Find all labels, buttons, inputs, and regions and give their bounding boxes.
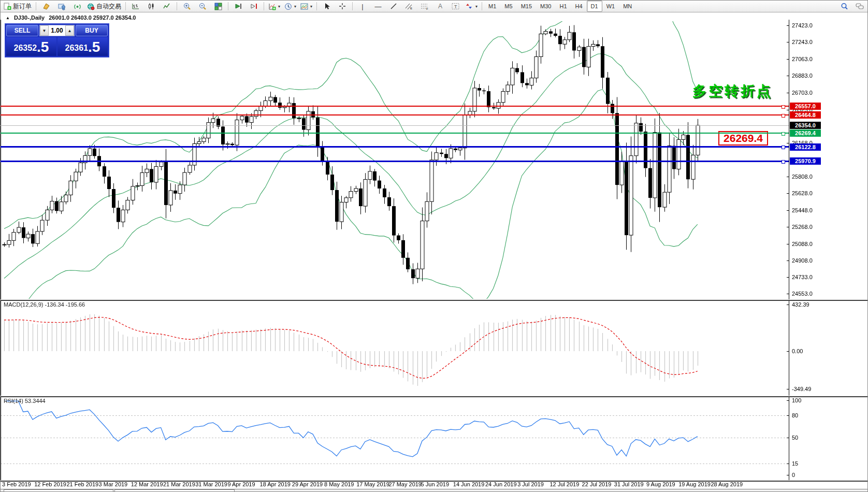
horizontal-level-line[interactable] [1, 161, 789, 162]
chart-bars-button[interactable] [128, 1, 143, 12]
axis-tick [787, 389, 789, 389]
volume-value[interactable]: 1.00 [49, 25, 65, 36]
crosshair-icon [339, 3, 346, 10]
profile-button[interactable] [54, 1, 69, 12]
arrows-button[interactable]: ▾ [464, 1, 480, 12]
date-label: 27 May 2019 [388, 481, 422, 487]
date-axis[interactable]: 3 Feb 201912 Feb 201921 Feb 20193 Mar 20… [1, 481, 868, 488]
timeframe-button-m15[interactable]: M15 [517, 1, 536, 12]
horizontal-line-button[interactable]: — [370, 1, 386, 12]
volume-decrease-button[interactable]: ▼ [40, 25, 49, 36]
search-button[interactable] [836, 1, 852, 12]
new-order-label: 新订单 [13, 2, 32, 11]
date-label: 19 Aug 2019 [678, 481, 711, 487]
axis-tick [787, 261, 789, 261]
sell-button[interactable]: SELL [6, 25, 38, 36]
templates-button[interactable]: ▾ [298, 1, 314, 12]
level-handle[interactable] [782, 132, 785, 136]
chart-candles-button[interactable] [143, 1, 159, 12]
buy-button[interactable]: BUY [76, 25, 108, 36]
timeframe-button-h4[interactable]: H4 [571, 1, 587, 12]
date-label: 21 Feb 2019 [66, 481, 98, 487]
chart-line-button[interactable] [159, 1, 175, 12]
date-label: 29 Apr 2019 [292, 481, 323, 487]
horizontal-level-line[interactable] [1, 106, 789, 107]
dropdown-caret-icon: ▾ [310, 4, 312, 9]
trendline-button[interactable] [386, 1, 401, 12]
new-order-button[interactable]: 新订单 [2, 1, 34, 12]
auto-scroll-button[interactable] [230, 1, 246, 12]
sell-price[interactable]: 26352.5 [6, 37, 56, 56]
equidistant-channel-button[interactable]: E [401, 1, 417, 12]
rsi-panel-divider[interactable] [1, 396, 868, 397]
macd-panel-divider[interactable] [1, 299, 868, 301]
clock-icon [284, 3, 292, 10]
axis-tick [787, 438, 789, 438]
chat-icon [856, 3, 864, 10]
collapse-arrow-icon[interactable]: ▲ [6, 16, 10, 20]
tile-windows-icon [214, 3, 222, 10]
level-handle[interactable] [782, 114, 785, 118]
date-label: 3 Jul 2019 [517, 481, 544, 487]
auto-scroll-icon [235, 3, 242, 10]
level-handle[interactable] [782, 146, 785, 149]
timeframe-button-m5[interactable]: M5 [500, 1, 516, 12]
price-tick-label: 24733.0 [792, 274, 813, 280]
indicators-button[interactable]: ▾ [266, 1, 282, 12]
signals-icon [74, 3, 81, 10]
crosshair-button[interactable] [335, 1, 350, 12]
level-handle[interactable] [782, 105, 785, 109]
timeframe-group: M1M5M15M30H1H4D1W1MN [484, 1, 636, 12]
current-price-line [1, 125, 789, 126]
timeframe-button-d1[interactable]: D1 [587, 1, 602, 12]
tile-windows-button[interactable] [210, 1, 226, 12]
svg-text:F: F [426, 7, 428, 10]
zoom-in-button[interactable] [179, 1, 195, 12]
chart-shift-button[interactable] [246, 1, 262, 12]
fibonacci-button[interactable]: F [417, 1, 432, 12]
timeframe-button-m30[interactable]: M30 [536, 1, 555, 12]
axis-tick [787, 143, 789, 143]
timeframe-button-m1[interactable]: M1 [484, 1, 500, 12]
separator [228, 2, 228, 10]
text-button[interactable]: A [432, 1, 448, 12]
volume-increase-button[interactable]: ▲ [65, 25, 74, 36]
vertical-line-button[interactable]: | [355, 1, 370, 12]
price-tick-label: 24908.0 [792, 257, 813, 264]
separator [36, 2, 36, 10]
date-label: 12 Jul 2019 [549, 481, 579, 487]
zoom-out-button[interactable] [195, 1, 210, 12]
rsi-tick-label: 15 [792, 460, 798, 467]
text-label-button[interactable]: T [448, 1, 464, 12]
chart-tab[interactable] [4, 489, 113, 492]
chart-ohlc-values: 26001.0 26403.0 25927.0 26354.0 [49, 15, 136, 21]
date-label: 31 Jul 2019 [614, 481, 644, 487]
horizontal-level-line[interactable] [1, 114, 789, 115]
timeframe-button-mn[interactable]: MN [619, 1, 636, 12]
periods-button[interactable]: ▾ [282, 1, 298, 12]
fibonacci-icon: F [421, 3, 429, 10]
timeframe-button-w1[interactable]: W1 [602, 1, 619, 12]
horizontal-level-line[interactable] [1, 133, 789, 134]
macd-tick-label: -349.49 [792, 386, 811, 392]
chat-button[interactable] [852, 1, 867, 12]
date-label: 5 Jun 2019 [421, 481, 449, 487]
buy-price[interactable]: 26361.5 [57, 37, 108, 56]
chart-shift-icon [250, 3, 258, 10]
autotrading-icon [87, 3, 95, 10]
horizontal-level-line[interactable] [1, 146, 789, 148]
axis-tick [787, 110, 789, 110]
sell-price-dec: .5 [37, 39, 49, 55]
chart-tab[interactable] [114, 489, 235, 492]
dropdown-caret-icon: ▾ [278, 4, 280, 9]
timeframe-button-h1[interactable]: H1 [555, 1, 571, 12]
chart-canvas[interactable] [1, 12, 789, 492]
chart-title-line: ▲ DJ30-,Daily 26001.0 26403.0 25927.0 26… [6, 15, 136, 21]
level-handle[interactable] [782, 160, 785, 164]
metaeditor-button[interactable] [38, 1, 54, 12]
autotrading-button[interactable]: 自动交易 [85, 1, 123, 12]
turning-point-annotation[interactable]: 多空转折点 [692, 82, 773, 100]
signals-button[interactable] [69, 1, 85, 12]
axis-tick [787, 193, 789, 194]
cursor-button[interactable] [319, 1, 335, 12]
